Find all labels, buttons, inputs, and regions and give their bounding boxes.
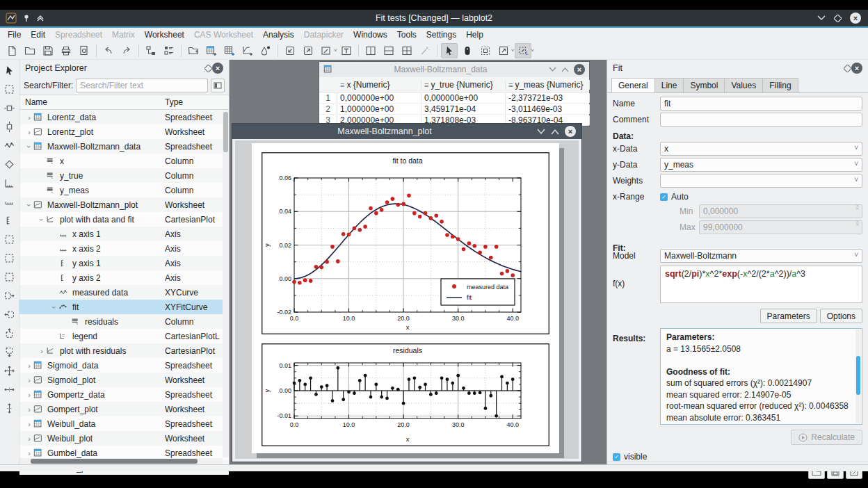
max-spinbox[interactable]: 99,000000 (699, 220, 862, 234)
maximize-icon[interactable] (834, 15, 842, 22)
tree-row-lorentz-data[interactable]: ›Lorentz_dataSpreadsheet (19, 110, 229, 124)
fit-float-dock-icon[interactable] (844, 65, 851, 72)
add-text-button[interactable] (338, 43, 355, 58)
column-header-name[interactable]: Name (19, 97, 165, 107)
tree-expander-icon[interactable]: › (25, 113, 33, 122)
fit-results-box[interactable]: Parameters:a = 13.1565±2.0508Goodness of… (660, 328, 862, 425)
tree-row-legend[interactable]: legendCartesianPlotL (19, 329, 229, 343)
tree-expander-icon[interactable]: › (25, 361, 33, 370)
spreadsheet-column-header-1[interactable]: ≡y_true {Numeric} (421, 80, 506, 90)
tree-expander-icon[interactable]: › (25, 143, 33, 151)
tree-row-x-axis-2[interactable]: x axis 2Axis (19, 241, 229, 256)
navigate-mode-button[interactable] (459, 43, 476, 58)
fit-to-data-chart[interactable]: 0.010.020.030.040.0-0.020.000.020.040.06… (262, 152, 549, 334)
column-header-type[interactable]: Type (165, 97, 229, 107)
tree-row-residuals[interactable]: residualsColumn (19, 314, 229, 329)
menu-edit[interactable]: Edit (26, 29, 50, 41)
spreadsheet-row[interactable]: 21,000000e+003,459171e-04-3,011469e-03 (319, 104, 589, 115)
export-button[interactable] (300, 43, 316, 58)
spreadsheet-cell[interactable]: 3,459171e-04 (421, 104, 506, 114)
tree-row-plot-with-data-and-fit[interactable]: ›plot with data and fitCartesianPlot (19, 212, 229, 227)
tree-expander-icon[interactable]: › (25, 434, 33, 443)
tree-row-sigmoid-plot[interactable]: ›Sigmoid_plotWorksheet (19, 373, 229, 387)
add-x-axis-button[interactable] (1, 193, 18, 211)
tree-row-maxwell-boltzmann-plot[interactable]: ›Maxwell-Boltzmann_plotWorksheet (19, 197, 229, 212)
add-curve-button[interactable] (1, 137, 18, 154)
menu-tools[interactable]: Tools (392, 29, 421, 41)
new-folder-button[interactable] (185, 43, 202, 58)
zoom-y-region-button[interactable] (1, 268, 18, 286)
new-document-button[interactable] (3, 43, 20, 58)
zoom-menu-dropdown-icon[interactable]: ˅ (334, 47, 337, 54)
dock-select-cursor-button[interactable] (1, 62, 18, 79)
tree-row-gompert-plot[interactable]: ›Gompert_plotWorksheet (19, 402, 229, 416)
pin-icon[interactable] (22, 14, 31, 22)
ss-maximize-icon[interactable] (561, 67, 569, 72)
tree-expander-icon[interactable]: › (25, 201, 33, 209)
fit-tab-values[interactable]: Values (725, 78, 763, 93)
add-axis-button[interactable] (1, 174, 18, 192)
save-project-button[interactable] (40, 43, 56, 58)
auto-scale-x-button[interactable] (1, 381, 18, 398)
menu-settings[interactable]: Settings (421, 29, 461, 41)
fit-tab-general[interactable]: General (611, 78, 655, 93)
zoom-arrow-mode-dropdown-icon[interactable]: ˅ (511, 47, 515, 54)
tree-expander-icon[interactable]: › (38, 215, 46, 224)
comment-input[interactable] (660, 113, 862, 127)
spreadsheet-cell[interactable]: -3,011469e-03 (506, 104, 590, 114)
open-project-button[interactable] (22, 43, 38, 58)
tree-row-fit[interactable]: ›fitXYFitCurve (19, 300, 229, 314)
tree-vertical-scrollbar[interactable] (223, 111, 229, 457)
close-icon[interactable]: × (850, 13, 861, 24)
spreadsheet-cell[interactable]: 1,000000e+00 (337, 104, 421, 114)
worksheet-view[interactable]: 0.010.020.030.040.0-0.020.000.020.040.06… (235, 140, 579, 459)
horizontal-layout-button[interactable] (380, 43, 397, 58)
new-notes-button[interactable] (161, 43, 177, 58)
tree-expander-icon[interactable]: › (25, 391, 33, 399)
tree-expander-icon[interactable]: › (25, 405, 33, 414)
add-y-axis-button[interactable] (1, 212, 18, 229)
tree-expander-icon[interactable]: › (50, 303, 58, 311)
shift-down-button[interactable] (1, 343, 18, 361)
ss-minimize-icon[interactable] (549, 67, 556, 72)
zoom-in-region-button[interactable] (1, 231, 18, 248)
spreadsheet-column-header-2[interactable]: ≡y_meas {Numeric} (506, 80, 590, 90)
tree-row-gompertz-data[interactable]: ›Gompertz_dataSpreadsheet (19, 387, 229, 402)
auto-scale-y-button[interactable] (1, 400, 18, 417)
ss-close-icon[interactable]: × (574, 64, 585, 75)
shift-up-button[interactable] (1, 325, 18, 342)
float-dock-icon[interactable] (204, 65, 212, 72)
zoom-arrow-mode-button[interactable] (495, 43, 512, 58)
auto-scale-button[interactable] (1, 362, 18, 380)
add-equation-button[interactable] (1, 156, 18, 173)
filter-options-button[interactable] (211, 79, 225, 92)
tree-row-y-axis-2[interactable]: y axis 2Axis (19, 270, 229, 285)
search-filter-input[interactable] (76, 79, 208, 92)
zoom-original-button[interactable]: 1 (515, 43, 531, 58)
vertical-layout-button[interactable] (362, 43, 379, 58)
tree-row-plot-with-residuals[interactable]: ›plot with residualsCartesianPlot (19, 343, 229, 358)
x-data-combobox[interactable]: x (660, 142, 862, 156)
tree-row-weibull-plot[interactable]: ›Weibull_plotWorksheet (19, 431, 229, 446)
fit-close-dock-icon[interactable]: × (851, 63, 862, 74)
new-matrix-button[interactable] (221, 43, 238, 58)
min-spinbox[interactable]: 0,000000 (699, 204, 862, 218)
tree-horizontal-scrollbar[interactable] (19, 458, 223, 464)
tree-row-maxwell-boltzmann-data[interactable]: ›Maxwell-Boltzmann_dataSpreadsheet (19, 139, 229, 154)
shift-horizontal-button[interactable] (1, 99, 18, 117)
auto-range-checkbox[interactable]: ✓ (660, 193, 668, 201)
pw-minimize-icon[interactable] (537, 129, 545, 135)
y-data-combobox[interactable]: y_meas (660, 158, 862, 172)
tree-row-measured-data[interactable]: measured dataXYCurve (19, 285, 229, 300)
fit-tab-symbol[interactable]: Symbol (684, 78, 725, 93)
tree-row-sigmoid-data[interactable]: ›Sigmoid_dataSpreadsheet (19, 358, 229, 373)
close-dock-icon[interactable]: × (212, 63, 223, 74)
zoom-region-button[interactable] (1, 81, 18, 98)
undo-button[interactable] (100, 43, 117, 58)
collapse-titlebar-icon[interactable] (36, 14, 45, 22)
new-workbook-button[interactable] (143, 43, 159, 58)
redo-button[interactable] (118, 43, 135, 58)
tree-row-weibull-data[interactable]: ›Weibull_dataSpreadsheet (19, 416, 229, 431)
weights-combobox[interactable] (660, 174, 862, 188)
print-button[interactable] (58, 43, 74, 58)
